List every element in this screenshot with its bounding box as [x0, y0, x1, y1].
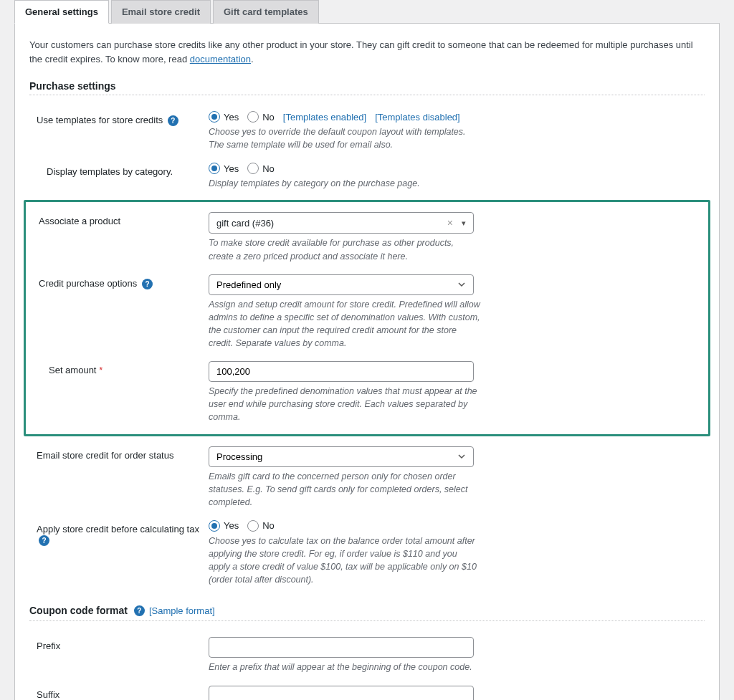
highlight-box: Associate a product gift card (#36) × ▾ … [24, 200, 710, 436]
coupon-format-heading: Coupon code format [29, 605, 128, 616]
clear-icon[interactable]: × [444, 217, 456, 229]
prefix-desc: Enter a prefix that will appear at the b… [209, 661, 481, 673]
help-icon[interactable]: ? [142, 279, 153, 289]
use-templates-no-radio[interactable] [247, 111, 259, 123]
email-status-label: Email store credit for order status [37, 450, 173, 461]
associate-product-desc: To make store credit available for purch… [209, 236, 481, 262]
apply-tax-no-radio[interactable] [247, 520, 259, 532]
tab-general-settings[interactable]: General settings [14, 0, 109, 24]
use-templates-desc: Choose yes to override the default coupo… [209, 125, 481, 151]
templates-enabled-link[interactable]: [Templates enabled] [283, 112, 366, 123]
intro-text-b: . [251, 54, 254, 64]
suffix-label: Suffix [37, 689, 59, 700]
help-icon[interactable]: ? [168, 115, 178, 126]
tab-gift-card-templates[interactable]: Gift card templates [213, 0, 319, 24]
tab-email-store-credit[interactable]: Email store credit [111, 0, 211, 24]
use-templates-yes-radio[interactable] [209, 111, 220, 123]
apply-before-tax-label: Apply store credit before calculating ta… [37, 524, 199, 534]
sample-format-link[interactable]: [Sample format] [149, 605, 215, 616]
display-category-no[interactable]: No [247, 163, 275, 174]
email-status-desc: Emails gift card to the concerned person… [209, 470, 481, 509]
set-amount-input[interactable] [209, 361, 474, 382]
use-templates-yes[interactable]: Yes [209, 111, 239, 123]
tab-bar: General settings Email store credit Gift… [14, 0, 720, 24]
required-asterisk: * [99, 365, 103, 375]
credit-options-select[interactable]: Predefined only [209, 274, 474, 295]
set-amount-desc: Specify the predefined denomination valu… [209, 385, 481, 423]
associate-product-label: Associate a product [39, 216, 120, 226]
apply-tax-yes-radio[interactable] [209, 520, 220, 532]
templates-disabled-link[interactable]: [Templates disabled] [375, 112, 460, 123]
use-templates-no[interactable]: No [247, 111, 275, 123]
associate-product-value: gift card (#36) [216, 218, 274, 229]
apply-tax-yes[interactable]: Yes [209, 520, 239, 532]
documentation-link[interactable]: documentation [190, 54, 251, 64]
display-category-yes-radio[interactable] [209, 163, 220, 174]
credit-options-desc: Assign and setup credit amount for store… [209, 298, 481, 350]
apply-tax-no[interactable]: No [247, 520, 275, 532]
set-amount-label: Set amount [49, 365, 97, 375]
settings-panel: Your customers can purchase store credit… [14, 24, 720, 700]
chevron-down-icon: ▾ [462, 219, 466, 228]
prefix-input[interactable] [209, 637, 474, 658]
display-category-yes[interactable]: Yes [209, 163, 239, 174]
use-templates-label: Use templates for store credits [37, 115, 163, 125]
apply-before-tax-desc: Choose yes to calculate tax on the balan… [209, 534, 481, 587]
display-category-no-radio[interactable] [247, 163, 259, 174]
purchase-settings-heading: Purchase settings [29, 80, 705, 92]
display-category-label: Display templates by category. [47, 166, 173, 177]
email-status-select[interactable]: Processing [209, 446, 474, 467]
display-category-desc: Display templates by category on the pur… [209, 177, 481, 190]
help-icon[interactable]: ? [134, 605, 145, 616]
help-icon[interactable]: ? [39, 535, 49, 546]
intro-text: Your customers can purchase store credit… [29, 38, 705, 66]
intro-text-a: Your customers can purchase store credit… [29, 39, 693, 64]
associate-product-select[interactable]: gift card (#36) × ▾ [209, 212, 474, 234]
prefix-label: Prefix [37, 641, 60, 651]
credit-options-label: Credit purchase options [39, 278, 137, 289]
suffix-input[interactable] [209, 686, 474, 701]
